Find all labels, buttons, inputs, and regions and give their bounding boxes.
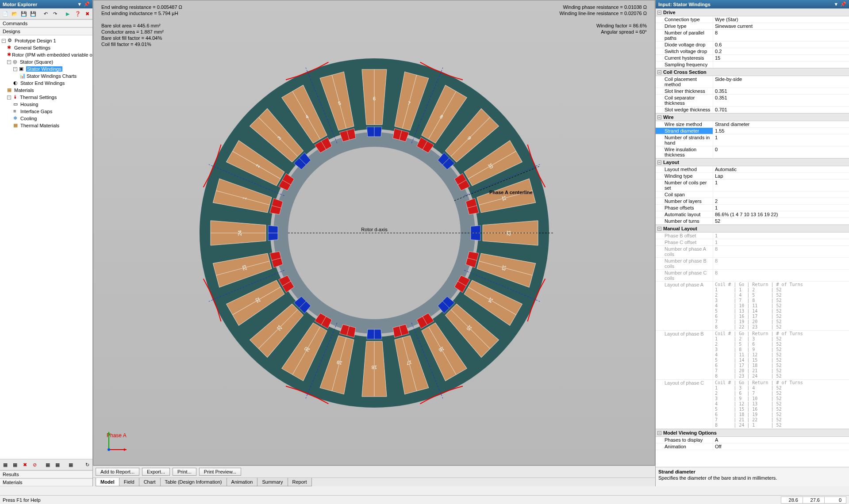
section-coil-cross-section[interactable]: −Coil Cross Section bbox=[656, 68, 849, 76]
prop-row[interactable]: Drive typeSinewave current bbox=[656, 23, 849, 30]
tool6-icon[interactable]: ▦ bbox=[53, 460, 62, 469]
prop-value[interactable]: 0 bbox=[713, 146, 849, 158]
pin-icon[interactable]: 📌 bbox=[840, 1, 846, 7]
print-button[interactable]: Print... bbox=[173, 468, 196, 476]
designs-section[interactable]: Designs bbox=[0, 27, 92, 35]
tree-stator-end[interactable]: ◐Stator End Windings bbox=[1, 80, 92, 87]
prop-value[interactable]: Lap bbox=[713, 173, 849, 179]
prop-row[interactable]: Connection typeWye (Star) bbox=[656, 16, 849, 23]
tab-model[interactable]: Model bbox=[96, 478, 119, 486]
tree-thermal-mat[interactable]: ▦Thermal Materials bbox=[1, 122, 92, 129]
prop-row[interactable]: Layout of phase BCoil # | Go | Return | … bbox=[656, 331, 849, 380]
prop-row[interactable]: Number of parallel paths8 bbox=[656, 30, 849, 42]
prop-value[interactable]: 8 bbox=[713, 30, 849, 41]
save-icon[interactable]: 💾 bbox=[19, 9, 28, 18]
prop-row[interactable]: Coil separator thickness0.351 bbox=[656, 95, 849, 107]
prop-row[interactable]: Wire insulation thickness0 bbox=[656, 146, 849, 158]
prop-value[interactable]: A bbox=[713, 437, 849, 443]
tool1-icon[interactable]: ▦ bbox=[1, 460, 10, 469]
tree-housing[interactable]: ▭Housing bbox=[1, 101, 92, 108]
prop-value[interactable]: Wye (Star) bbox=[713, 16, 849, 23]
prop-value[interactable]: 8 bbox=[713, 270, 849, 281]
export-button[interactable]: Export... bbox=[142, 468, 170, 476]
redo-icon[interactable]: ↷ bbox=[51, 9, 59, 18]
tree-stator[interactable]: −◎Stator (Square) bbox=[1, 58, 92, 65]
section-layout[interactable]: −Layout bbox=[656, 158, 849, 166]
prop-value[interactable]: 0.351 bbox=[713, 88, 849, 94]
tool7-icon[interactable]: ▦ bbox=[66, 460, 75, 469]
cancel-icon[interactable]: ⊘ bbox=[30, 460, 39, 469]
section-manual-layout[interactable]: −Manual Layout bbox=[656, 225, 849, 233]
tab-report[interactable]: Report bbox=[288, 478, 312, 486]
print-preview-button[interactable]: Print Preview... bbox=[199, 468, 241, 476]
prop-value[interactable]: 2 bbox=[713, 198, 849, 204]
prop-value[interactable]: 1 bbox=[713, 205, 849, 211]
prop-value[interactable]: Off bbox=[713, 443, 849, 450]
prop-row[interactable]: Coil placement methodSide-by-side bbox=[656, 76, 849, 88]
materials-section[interactable]: Materials bbox=[0, 478, 92, 486]
prop-row[interactable]: Number of turns52 bbox=[656, 218, 849, 225]
tree-stator-windings-parent[interactable]: −▣Stator Windings bbox=[1, 65, 92, 73]
prop-row[interactable]: Slot liner thickness0.351 bbox=[656, 88, 849, 95]
model-canvas[interactable]: End winding resistance = 0.005487 ΩEnd w… bbox=[93, 0, 655, 466]
tree-stator-charts[interactable]: 📊Stator Windings Charts bbox=[1, 73, 92, 80]
tree-interface[interactable]: ≡Interface Gaps bbox=[1, 108, 92, 115]
prop-row[interactable]: Wire size methodStrand diameter bbox=[656, 121, 849, 128]
prop-row[interactable]: Switch voltage drop0.2 bbox=[656, 48, 849, 55]
tab-field[interactable]: Field bbox=[119, 478, 139, 486]
prop-row[interactable]: Number of phase C coils8 bbox=[656, 270, 849, 282]
section-wire[interactable]: −Wire bbox=[656, 113, 849, 121]
prop-row[interactable]: Layout of phase CCoil # | Go | Return | … bbox=[656, 380, 849, 429]
prop-value[interactable]: 8 bbox=[713, 246, 849, 257]
prop-row[interactable]: Sampling frequency bbox=[656, 61, 849, 68]
prop-value[interactable]: 1.55 bbox=[713, 128, 849, 134]
prop-value[interactable]: 0.6 bbox=[713, 42, 849, 48]
refresh-icon[interactable]: ↻ bbox=[83, 460, 92, 469]
prop-value[interactable]: 0.701 bbox=[713, 107, 849, 113]
prop-value[interactable]: 1 bbox=[713, 239, 849, 245]
prop-row[interactable]: Number of phase B coils8 bbox=[656, 258, 849, 270]
prop-value[interactable]: 1 bbox=[713, 233, 849, 239]
prop-value[interactable]: Side-by-side bbox=[713, 76, 849, 88]
prop-value[interactable]: Sinewave current bbox=[713, 23, 849, 29]
tab-chart[interactable]: Chart bbox=[139, 478, 161, 486]
tree-rotor[interactable]: ✱Rotor (IPM with embedded variable orien… bbox=[1, 51, 92, 58]
prop-value[interactable]: 52 bbox=[713, 218, 849, 224]
tab-summary[interactable]: Summary bbox=[257, 478, 288, 486]
close-icon[interactable]: ✖ bbox=[83, 9, 92, 18]
tool5-icon[interactable]: ▦ bbox=[43, 460, 52, 469]
tab-table-design-information-[interactable]: Table (Design Information) bbox=[160, 478, 227, 486]
tree-cooling[interactable]: ❄Cooling bbox=[1, 115, 92, 122]
prop-row[interactable]: Strand diameter1.55 bbox=[656, 128, 849, 134]
prop-row[interactable]: Slot wedge thickness0.701 bbox=[656, 107, 849, 113]
tab-animation[interactable]: Animation bbox=[227, 478, 258, 486]
prop-row[interactable]: Number of coils per set1 bbox=[656, 179, 849, 191]
prop-row[interactable]: Phase offsets1 bbox=[656, 205, 849, 211]
tree-root[interactable]: −⚙Prototype Design 1 bbox=[1, 37, 92, 44]
prop-value[interactable]: 0.2 bbox=[713, 48, 849, 54]
prop-value[interactable]: 1 bbox=[713, 179, 849, 191]
prop-value[interactable]: 15 bbox=[713, 55, 849, 61]
prop-row[interactable]: Phase C offset1 bbox=[656, 239, 849, 246]
prop-value[interactable]: 0.351 bbox=[713, 95, 849, 106]
section-drive[interactable]: −Drive bbox=[656, 8, 849, 16]
tree-general[interactable]: ✱General Settings bbox=[1, 44, 92, 51]
prop-row[interactable]: Automatic layout86.6% (1 4 7 10 13 16 19… bbox=[656, 211, 849, 218]
dropdown-icon[interactable]: ▾ bbox=[78, 1, 81, 7]
prop-value[interactable]: Automatic bbox=[713, 166, 849, 172]
prop-row[interactable]: AnimationOff bbox=[656, 443, 849, 450]
open-icon[interactable]: 📂 bbox=[10, 9, 19, 18]
tree-materials[interactable]: ▦Materials bbox=[1, 87, 92, 94]
prop-row[interactable]: Phases to displayA bbox=[656, 437, 849, 443]
tree-thermal[interactable]: −🌡Thermal Settings bbox=[1, 94, 92, 101]
help-icon[interactable]: ❓ bbox=[74, 9, 82, 18]
play-icon[interactable]: ▶ bbox=[64, 9, 72, 18]
prop-value[interactable]: 86.6% (1 4 7 10 13 16 19 22) bbox=[713, 211, 849, 218]
prop-row[interactable]: Diode voltage drop0.6 bbox=[656, 42, 849, 48]
results-section[interactable]: Results bbox=[0, 470, 92, 478]
prop-row[interactable]: Phase B offset1 bbox=[656, 233, 849, 239]
prop-row[interactable]: Layout of phase ACoil # | Go | Return | … bbox=[656, 282, 849, 331]
section-model-viewing-options[interactable]: −Model Viewing Options bbox=[656, 429, 849, 437]
pin-icon[interactable]: 📌 bbox=[84, 1, 90, 7]
prop-value[interactable]: 1 bbox=[713, 134, 849, 146]
